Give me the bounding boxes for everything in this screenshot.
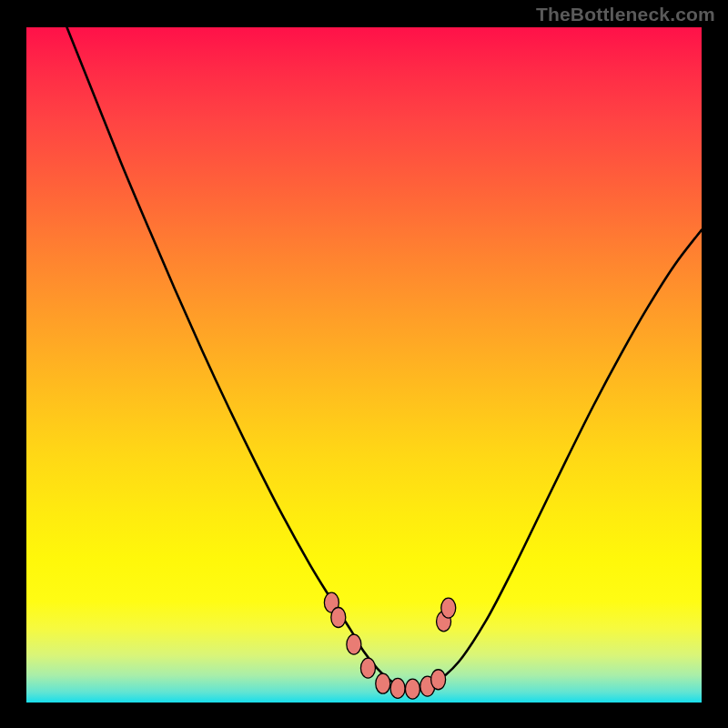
plot-area	[26, 27, 702, 703]
curve-marker	[376, 673, 390, 693]
curve-marker	[431, 670, 446, 690]
curve-marker	[331, 608, 346, 628]
curve-layer	[26, 27, 702, 703]
curve-marker	[390, 678, 405, 698]
marker-group	[324, 592, 455, 699]
curve-marker	[347, 634, 361, 654]
curve-marker	[405, 679, 420, 699]
bottleneck-curve	[67, 27, 702, 689]
attribution-watermark: TheBottleneck.com	[536, 4, 715, 25]
curve-marker	[360, 658, 375, 678]
curve-marker	[441, 598, 456, 618]
chart-stage: TheBottleneck.com	[0, 0, 728, 728]
